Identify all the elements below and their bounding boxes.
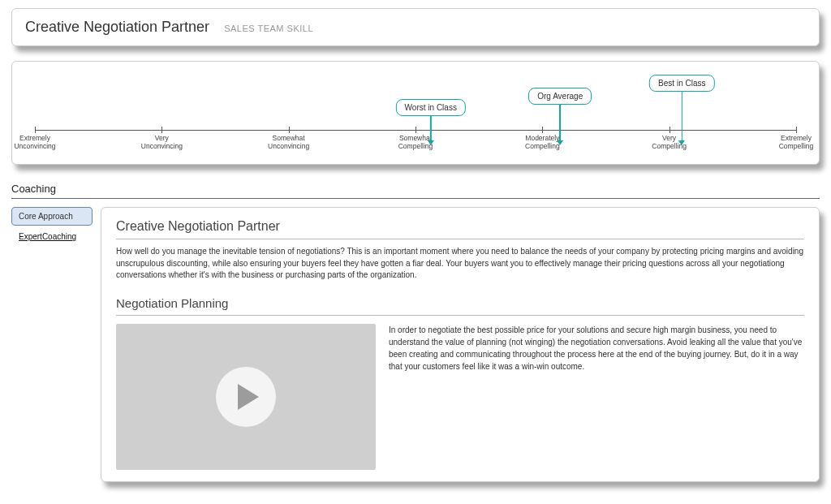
play-icon [238,384,259,410]
section-title: Negotiation Planning [116,296,804,316]
page-title: Creative Negotiation Partner [25,19,209,36]
scale-marker-stem [559,105,561,140]
content-card: Creative Negotiation Partner How well do… [101,207,820,482]
tab-list: Core Approach ExpertCoaching [11,207,93,246]
scale-marker: Org Average [528,88,592,145]
scale-tick [35,127,36,133]
scale-marker-label: Org Average [528,88,592,105]
tab-core-approach[interactable]: Core Approach [11,207,93,226]
scale-marker-label: Best in Class [649,75,714,92]
scale-tick [796,127,797,133]
scale-tick [161,127,162,133]
scale-tick-label: SomewhatUnconvincing [252,135,325,151]
chevron-down-icon [678,140,685,145]
scale-marker-stem [430,116,432,140]
scale-tick [289,127,290,133]
scale-tick-label: VeryUnconvincing [125,135,198,151]
content-title: Creative Negotiation Partner [116,219,804,239]
scale-card: ExtremelyUnconvincingVeryUnconvincingSom… [11,61,820,165]
scale-tick-label: ExtremelyCompelling [760,135,831,151]
chevron-down-icon [557,140,563,145]
scale-marker: Worst in Class [396,99,466,145]
coaching-heading: Coaching [11,183,820,199]
scale-marker-label: Worst in Class [396,99,466,116]
media-row: In order to negotiate the best possible … [116,324,804,470]
section-description: In order to negotiate the best possible … [389,324,804,373]
scale-marker: Best in Class [649,75,714,145]
scale-area: ExtremelyUnconvincingVeryUnconvincingSom… [35,71,796,153]
video-thumbnail[interactable] [116,324,376,470]
page-subtitle: SALES TEAM SKILL [224,24,313,33]
scale-tick-label: ExtremelyUnconvincing [0,135,71,151]
content-description: How well do you manage the inevitable te… [116,246,804,282]
chevron-down-icon [428,140,434,145]
tab-expert-coaching[interactable]: ExpertCoaching [11,227,93,246]
coaching-section: Coaching Core Approach ExpertCoaching Cr… [11,183,820,482]
scale-marker-stem [682,92,683,140]
header-card: Creative Negotiation Partner SALES TEAM … [11,8,820,46]
play-button[interactable] [216,367,276,427]
